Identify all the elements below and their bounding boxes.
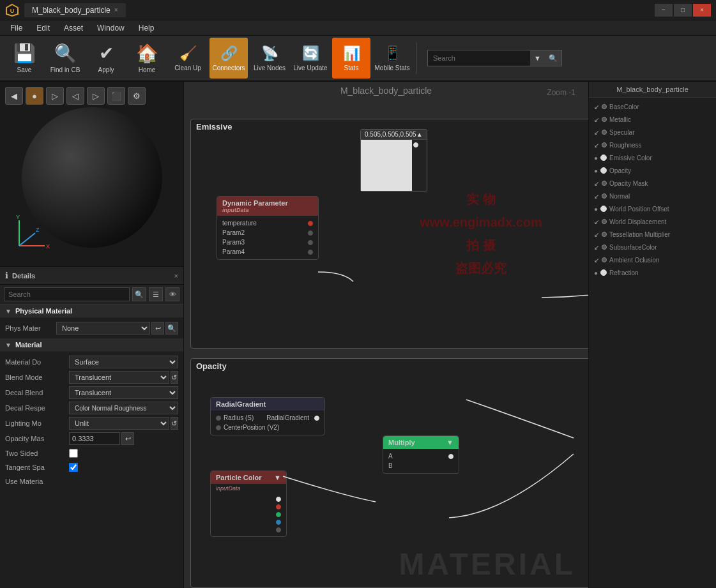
phys-mat-select[interactable]: None <box>56 322 150 335</box>
minimize-button[interactable]: − <box>655 4 673 17</box>
physical-material-section-header[interactable]: ▼ Physical Material <box>0 305 183 318</box>
dp-param2-dot[interactable] <box>308 230 313 236</box>
pc-subtitle: inputData <box>211 484 286 493</box>
rp-roughness-dot <box>602 142 607 147</box>
blend-mode-reset[interactable]: ↺ <box>171 371 178 384</box>
preview-btn-6[interactable]: ⬛ <box>107 87 125 105</box>
menubar: File Edit Asset Window Help <box>0 20 716 36</box>
pc-dot4[interactable] <box>276 520 281 525</box>
preview-btn-5[interactable]: ▷ <box>87 87 105 105</box>
mul-b-label: B <box>388 462 393 469</box>
pc-dot2[interactable] <box>276 504 281 509</box>
search-dropdown-button[interactable]: ▼ <box>530 50 545 66</box>
blend-mode-select[interactable]: Translucent <box>69 371 169 384</box>
opacity-mask-label: Opacity Mas <box>5 435 69 442</box>
tangent-space-checkbox[interactable] <box>69 463 78 472</box>
preview-btn-3[interactable]: ▷ <box>46 87 64 105</box>
menu-asset[interactable]: Asset <box>57 22 89 34</box>
preview-btn-7[interactable]: ⚙ <box>128 87 146 105</box>
decal-blend-select[interactable]: Translucent <box>69 386 178 399</box>
color-node[interactable]: 0.505,0.505,0.505 ▲ <box>360 129 427 192</box>
watermark: 实 物www.engimadx.com拍 摄盗图必究 <box>420 188 542 280</box>
particle-color-node[interactable]: Particle Color ▼ inputData <box>210 471 287 537</box>
pc-dot3[interactable] <box>276 512 281 517</box>
pc-title: Particle Color <box>216 474 262 481</box>
save-button[interactable]: 💾 Save <box>5 38 43 79</box>
home-button[interactable]: 🏠 Home <box>128 38 166 79</box>
rp-basecolor-label: BaseColor <box>609 103 639 110</box>
mul-a-dot[interactable] <box>448 454 453 459</box>
stats-icon: 📊 <box>343 45 360 62</box>
lighting-mode-reset[interactable]: ↺ <box>171 417 178 430</box>
search-box: ▼ 🔍 <box>427 50 562 66</box>
radial-gradient-node[interactable]: RadialGradient Radius (S) RadialGradient… <box>210 397 325 435</box>
rp-refraction: ● Refraction <box>589 266 716 279</box>
rg-title: RadialGradient <box>216 400 266 408</box>
multiply-node[interactable]: Multiply ▼ A B <box>383 435 459 474</box>
color-out-dot[interactable] <box>413 142 418 147</box>
dynamic-parameter-subtitle: inputData <box>222 207 313 213</box>
preview-btn-4[interactable]: ◁ <box>66 87 84 105</box>
rg-radius-row: Radius (S) RadialGradient <box>211 413 324 423</box>
graph-area[interactable]: Emissive 0.505,0.505,0.505 ▲ <box>184 100 588 588</box>
dp-temperature-dot[interactable] <box>308 221 313 226</box>
stats-button[interactable]: 📊 Stats <box>332 38 370 79</box>
close-button[interactable]: × <box>693 4 711 17</box>
details-search-input[interactable] <box>4 287 130 301</box>
material-domain-select[interactable]: Surface <box>69 356 178 368</box>
rp-ambient: ↙ Ambient Oclusion <box>589 253 716 266</box>
tab-close[interactable]: × <box>114 6 118 13</box>
use-material-row: Use Materia <box>0 474 183 488</box>
opacity-mask-reset[interactable]: ↩ <box>121 432 134 445</box>
menu-file[interactable]: File <box>4 22 29 34</box>
pc-dot1[interactable] <box>276 497 281 502</box>
live-update-button[interactable]: 🔄 Live Update <box>291 38 330 79</box>
preview-btn-2[interactable]: ● <box>26 87 43 105</box>
decal-respe-select[interactable]: Color Normal Roughness <box>69 402 178 414</box>
rg-center-dot[interactable] <box>216 425 221 430</box>
rp-emissive: ● Emissive Color <box>589 151 716 164</box>
rg-radius-dot[interactable] <box>216 416 221 421</box>
decal-respe-label: Decal Respe <box>5 404 69 412</box>
pc-dot5[interactable] <box>276 527 281 532</box>
details-close[interactable]: × <box>174 272 178 280</box>
rp-tess: ↙ Tessellation Multiplier <box>589 228 716 241</box>
find-in-cb-button[interactable]: 🔍 Find in CB <box>46 38 84 79</box>
details-list-view[interactable]: ☰ <box>149 287 163 301</box>
dynamic-parameter-node[interactable]: Dynamic Parameter inputData temperature … <box>217 196 319 260</box>
live-nodes-button[interactable]: 📡 Live Nodes <box>250 38 289 79</box>
mul-a-label: A <box>388 453 393 460</box>
preview-btn-1[interactable]: ◀ <box>5 87 23 105</box>
restore-button[interactable]: □ <box>674 4 692 17</box>
document-tab[interactable]: M_black_body_particle × <box>24 3 126 17</box>
opacity-mask-input[interactable] <box>69 432 120 445</box>
lighting-mode-select[interactable]: Unlit <box>69 417 169 430</box>
canvas-title: M_black_body_particle <box>184 82 588 100</box>
phys-mat-back[interactable]: ↩ <box>151 322 164 335</box>
dp-param4-dot[interactable] <box>308 250 313 255</box>
mobile-stats-button[interactable]: 📱 Mobile Stats <box>373 38 411 79</box>
apply-button[interactable]: ✔ Apply <box>87 38 125 79</box>
dp-param3-dot[interactable] <box>308 240 313 245</box>
phys-mat-search[interactable]: 🔍 <box>165 322 178 335</box>
search-execute-button[interactable]: 🔍 <box>545 50 561 66</box>
rp-specular-dot <box>602 130 607 135</box>
search-input[interactable] <box>428 54 530 62</box>
menu-help[interactable]: Help <box>132 22 161 34</box>
material-section-title: Material <box>15 341 42 349</box>
opacity-mask-row: Opacity Mas ↩ <box>0 431 183 446</box>
menu-edit[interactable]: Edit <box>30 22 56 34</box>
axes-indicator: X Y Z <box>13 214 51 253</box>
cleanup-button[interactable]: 🧹 Clean Up <box>169 38 207 79</box>
details-search-icon[interactable]: 🔍 <box>132 287 146 301</box>
two-sided-checkbox[interactable] <box>69 449 78 458</box>
blend-mode-label: Blend Mode <box>5 373 69 381</box>
connectors-button[interactable]: 🔗 Connectors <box>209 38 248 79</box>
menu-window[interactable]: Window <box>91 22 131 34</box>
material-section-header[interactable]: ▼ Material <box>0 338 183 352</box>
color-node-value: 0.505,0.505,0.505 <box>365 131 416 138</box>
rg-output-dot[interactable] <box>314 416 319 421</box>
color-node-expand[interactable]: ▲ <box>416 131 423 138</box>
svg-text:Y: Y <box>16 214 20 220</box>
details-eye-button[interactable]: 👁 <box>165 287 179 301</box>
